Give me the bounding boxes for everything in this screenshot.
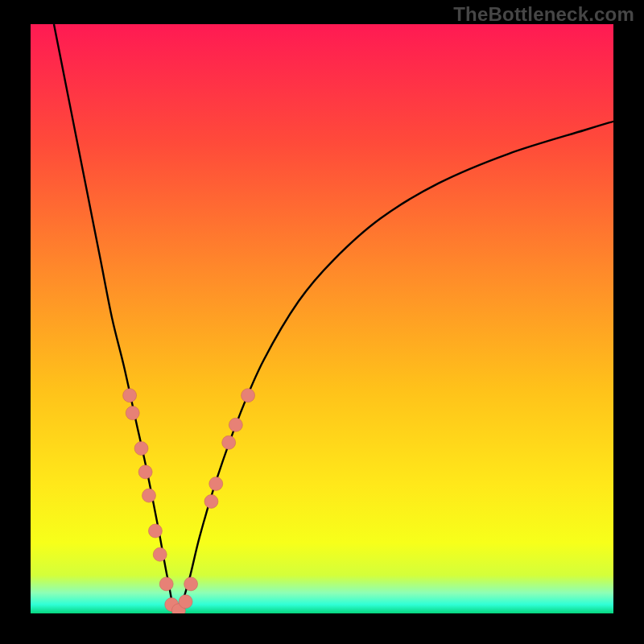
data-marker [138, 465, 152, 479]
data-marker [126, 407, 139, 420]
plot-area [31, 24, 613, 613]
data-marker [222, 436, 236, 449]
data-marker [204, 494, 218, 508]
data-marker [148, 524, 162, 538]
data-marker [142, 489, 155, 502]
data-marker [184, 577, 198, 591]
data-marker [123, 389, 137, 402]
data-marker [134, 442, 148, 456]
chart-frame: TheBottleneck.com [0, 0, 644, 644]
data-marker [242, 389, 255, 402]
data-marker [229, 418, 242, 431]
data-marker [159, 577, 173, 591]
data-marker [209, 477, 223, 490]
watermark-text: TheBottleneck.com [453, 3, 634, 26]
gradient-background [31, 24, 613, 613]
data-marker [179, 595, 192, 609]
data-marker [153, 547, 167, 561]
bottleneck-chart [31, 24, 613, 613]
